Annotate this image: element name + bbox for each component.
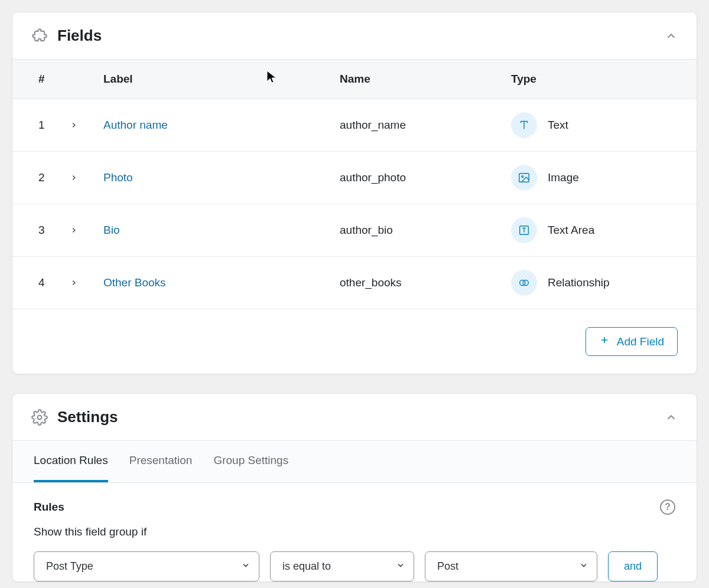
rule-value-value: Post [437, 560, 458, 573]
chevron-right-icon[interactable] [70, 279, 78, 287]
rules-subheading: Show this field group if [34, 525, 675, 538]
field-type: Text Area [548, 224, 594, 237]
chevron-right-icon[interactable] [70, 121, 78, 129]
settings-panel-title: Settings [57, 408, 655, 426]
puzzle-icon [31, 28, 48, 44]
fields-panel: Fields # Label Name Type 1 Author name a… [12, 12, 697, 374]
add-field-button[interactable]: Add Field [586, 327, 678, 356]
col-header-name: Name [340, 73, 511, 86]
svg-point-4 [523, 280, 528, 285]
field-name: author_photo [340, 171, 511, 184]
rule-param-value: Post Type [46, 560, 93, 573]
field-name: other_books [340, 276, 511, 289]
col-header-label: Label [103, 73, 340, 86]
tab-group-settings[interactable]: Group Settings [213, 441, 288, 482]
field-label-link[interactable]: Photo [103, 171, 133, 184]
field-row[interactable]: 3 Bio author_bio Text Area [12, 204, 697, 257]
field-type: Text [548, 119, 568, 132]
fields-panel-footer: Add Field [12, 309, 697, 374]
rule-operator-value: is equal to [282, 560, 331, 573]
chevron-down-icon [396, 560, 405, 573]
field-number: 1 [38, 119, 45, 132]
rule-and-button[interactable]: and [608, 551, 658, 582]
svg-point-7 [38, 415, 42, 419]
field-type: Image [548, 171, 579, 184]
rule-row: Post Type is equal to Post and [34, 551, 675, 582]
chevron-right-icon[interactable] [70, 226, 78, 234]
field-number: 3 [38, 224, 45, 237]
textarea-type-icon [511, 217, 537, 243]
field-label-link[interactable]: Other Books [103, 276, 166, 289]
svg-rect-0 [519, 174, 529, 182]
col-header-type: Type [511, 73, 671, 86]
field-row[interactable]: 1 Author name author_name Text [12, 99, 697, 152]
settings-tabs: Location Rules Presentation Group Settin… [12, 440, 697, 483]
add-field-label: Add Field [617, 335, 664, 348]
rules-heading: Rules [34, 501, 64, 514]
svg-point-1 [522, 176, 523, 178]
tab-location-rules[interactable]: Location Rules [34, 441, 108, 482]
field-row[interactable]: 2 Photo author_photo Image [12, 152, 697, 204]
settings-panel: Settings Location Rules Presentation Gro… [12, 393, 697, 582]
fields-panel-title: Fields [57, 27, 655, 45]
settings-panel-header[interactable]: Settings [12, 394, 697, 440]
chevron-down-icon [579, 560, 588, 573]
field-name: author_bio [340, 224, 511, 237]
rule-and-label: and [624, 560, 642, 573]
plus-icon [599, 335, 610, 348]
col-header-num: # [38, 73, 103, 86]
chevron-right-icon[interactable] [70, 174, 78, 182]
rule-value-select[interactable]: Post [425, 551, 597, 582]
fields-panel-header[interactable]: Fields [12, 12, 697, 59]
field-number: 2 [38, 171, 45, 184]
gear-icon [31, 409, 48, 426]
field-number: 4 [38, 276, 45, 289]
field-type: Relationship [548, 276, 610, 289]
relationship-type-icon [511, 270, 537, 296]
chevron-down-icon [241, 560, 251, 573]
text-type-icon [511, 112, 537, 138]
chevron-up-icon[interactable] [665, 30, 678, 43]
help-icon[interactable]: ? [660, 499, 675, 515]
field-label-link[interactable]: Bio [103, 224, 119, 236]
fields-table-header: # Label Name Type [12, 59, 697, 99]
field-row[interactable]: 4 Other Books other_books Relationship [12, 257, 697, 309]
image-type-icon [511, 165, 537, 191]
rule-operator-select[interactable]: is equal to [270, 551, 414, 582]
chevron-up-icon[interactable] [665, 411, 678, 424]
field-name: author_name [340, 119, 511, 132]
field-label-link[interactable]: Author name [103, 119, 168, 131]
tab-presentation[interactable]: Presentation [129, 441, 193, 482]
rules-section: Rules ? Show this field group if Post Ty… [12, 483, 697, 582]
rule-param-select[interactable]: Post Type [34, 551, 259, 582]
